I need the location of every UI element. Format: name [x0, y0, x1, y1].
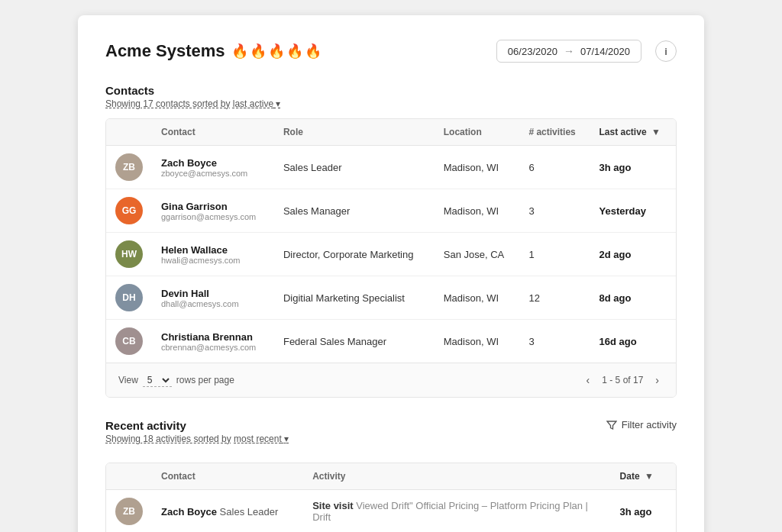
contact-activities: 6 [519, 146, 590, 189]
info-button[interactable]: i [655, 40, 677, 62]
filter-icon [606, 420, 617, 430]
fire-icon-2: 🔥 [250, 43, 267, 60]
contact-activities: 3 [519, 189, 590, 233]
activity-table-header: Contact Activity Date ▼ [106, 463, 676, 490]
pagination-row: View 5 10 25 rows per page ‹ 1 - 5 of 17… [106, 363, 676, 397]
avatar: DH [115, 284, 143, 311]
contact-avatar-cell: ZB [106, 146, 152, 189]
contacts-table-container: Contact Role Location # activities Last … [105, 118, 677, 398]
activity-contact-role: Sales Leader [220, 506, 279, 517]
contact-last-active: Yesterday [590, 189, 676, 233]
contact-last-active: 2d ago [590, 233, 676, 276]
th-activity: Activity [303, 463, 610, 490]
contact-avatar-cell: CB [106, 320, 152, 363]
table-row[interactable]: GG Gina Garrison ggarrison@acmesys.com S… [106, 189, 676, 233]
activity-sort-label[interactable]: most recent ▾ [234, 434, 289, 444]
date-arrow-icon: → [564, 45, 574, 57]
avatar: ZB [115, 498, 143, 525]
contact-location: Madison, WI [435, 276, 520, 320]
contact-info-cell: Devin Hall dhall@acmesys.com [152, 276, 274, 320]
contact-email: dhall@acmesys.com [161, 299, 265, 308]
th-role: Role [274, 119, 435, 146]
prev-page-button[interactable]: ‹ [582, 372, 595, 388]
th-contact-act: Contact [152, 463, 303, 490]
contact-avatar-cell: GG [106, 189, 152, 233]
next-page-button[interactable]: › [651, 372, 664, 388]
fire-icon-3: 🔥 [268, 43, 285, 60]
table-row[interactable]: DH Devin Hall dhall@acmesys.com Digitial… [106, 276, 676, 320]
contact-email: ggarrison@acmesys.com [161, 212, 265, 221]
table-row[interactable]: ZB Zach Boyce Sales Leader Site visit Vi… [106, 490, 676, 533]
avatar: ZB [115, 153, 143, 181]
activity-description: Viewed Drift" Official Pricing – Platfor… [312, 500, 588, 523]
page-info: 1 - 5 of 17 [602, 375, 643, 385]
th-activities: # activities [519, 119, 590, 146]
contacts-sort-label[interactable]: last active ▾ [233, 98, 281, 109]
activity-subtitle: Showing 18 activities sorted by most rec… [105, 434, 289, 444]
table-row[interactable]: HW Helen Wallace hwali@acmesys.com Direc… [106, 233, 676, 276]
contact-role: Director, Corporate Marketing [274, 233, 435, 276]
contact-last-active: 16d ago [590, 320, 676, 363]
contact-name: Gina Garrison [161, 201, 265, 212]
contact-role: Sales Manager [274, 189, 435, 233]
contact-last-active: 8d ago [590, 276, 676, 320]
activity-tbody: ZB Zach Boyce Sales Leader Site visit Vi… [106, 490, 676, 533]
date-end: 07/14/2020 [580, 46, 630, 57]
activity-table-container: Contact Activity Date ▼ ZB Zach Boyce Sa… [105, 463, 677, 532]
table-row[interactable]: CB Christiana Brennan cbrennan@acmesys.c… [106, 320, 676, 363]
activity-header: Recent activity Showing 18 activities so… [105, 419, 677, 453]
avatar: HW [115, 240, 143, 268]
filter-activity-button[interactable]: Filter activity [606, 419, 677, 430]
contacts-section: Contacts Showing 17 contacts sorted by l… [105, 84, 677, 398]
contact-info-cell: Christiana Brennan cbrennan@acmesys.com [152, 320, 274, 363]
contact-location: Madison, WI [435, 189, 520, 233]
contacts-table: Contact Role Location # activities Last … [106, 119, 676, 363]
contact-activities: 12 [519, 276, 590, 320]
contacts-subtitle: Showing 17 contacts sorted by last activ… [105, 98, 677, 109]
activity-title: Recent activity [105, 419, 289, 432]
contact-last-active: 3h ago [590, 146, 676, 189]
contact-name: Christiana Brennan [161, 331, 265, 343]
company-title: Acme Systems 🔥 🔥 🔥 🔥 🔥 [105, 41, 322, 61]
contacts-title: Contacts [105, 84, 677, 97]
contact-role: Sales Leader [274, 146, 435, 189]
contact-info-cell: Helen Wallace hwali@acmesys.com [152, 233, 274, 276]
th-last-active[interactable]: Last active ▼ [590, 119, 676, 146]
rows-per-page-select[interactable]: 5 10 25 [143, 374, 172, 387]
th-date[interactable]: Date ▼ [611, 463, 676, 490]
contact-role: Federal Sales Manager [274, 320, 435, 363]
contact-avatar-cell: HW [106, 233, 152, 276]
rows-suffix: rows per page [176, 375, 234, 385]
page-nav: ‹ 1 - 5 of 17 › [582, 372, 664, 388]
contact-location: Madison, WI [435, 320, 520, 363]
contact-name: Helen Wallace [161, 244, 265, 256]
fire-icon-4: 🔥 [286, 43, 303, 60]
contact-activities: 3 [519, 320, 590, 363]
date-start: 06/23/2020 [508, 46, 557, 57]
recent-activity-section: Recent activity Showing 18 activities so… [105, 419, 677, 532]
contact-activities: 1 [519, 233, 590, 276]
table-row[interactable]: ZB Zach Boyce zboyce@acmesys.com Sales L… [106, 146, 676, 189]
contact-info-cell: Gina Garrison ggarrison@acmesys.com [152, 189, 274, 233]
activity-avatar-cell: ZB [106, 490, 152, 533]
contact-email: hwali@acmesys.com [161, 256, 265, 265]
activity-contact-name: Zach Boyce [161, 506, 217, 517]
activity-type: Site visit [312, 500, 353, 511]
fire-icon-5: 🔥 [305, 43, 322, 60]
contact-email: zboyce@acmesys.com [161, 169, 265, 178]
th-contact: Contact [152, 119, 274, 146]
fire-icon-1: 🔥 [231, 43, 248, 60]
avatar: CB [115, 327, 143, 355]
contact-email: cbrennan@acmesys.com [161, 343, 265, 352]
contact-name: Devin Hall [161, 288, 265, 299]
avatar: GG [115, 197, 143, 224]
th-location: Location [435, 119, 520, 146]
page-container: Acme Systems 🔥 🔥 🔥 🔥 🔥 06/23/2020 → 07/1… [78, 15, 704, 532]
contact-avatar-cell: DH [106, 276, 152, 320]
date-range[interactable]: 06/23/2020 → 07/14/2020 [496, 40, 641, 63]
page-header: Acme Systems 🔥 🔥 🔥 🔥 🔥 06/23/2020 → 07/1… [105, 40, 677, 63]
th-avatar-act [106, 463, 152, 490]
contact-location: Madison, WI [435, 146, 520, 189]
contacts-tbody: ZB Zach Boyce zboyce@acmesys.com Sales L… [106, 146, 676, 363]
activity-contact-cell: Zach Boyce Sales Leader [152, 490, 303, 533]
